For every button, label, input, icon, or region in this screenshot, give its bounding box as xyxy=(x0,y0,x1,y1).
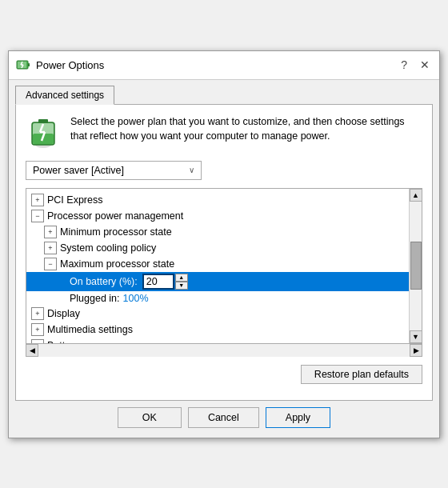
expand-cool-icon[interactable]: + xyxy=(44,242,57,254)
on-battery-input[interactable] xyxy=(142,274,174,290)
dropdown-row: Power saver [Active] ∨ xyxy=(26,161,422,180)
tree-item-multimedia[interactable]: + Multimedia settings xyxy=(26,322,409,338)
tree-item-min[interactable]: + Minimum processor state xyxy=(26,224,409,240)
tree-label-proc: Processor power management xyxy=(47,210,183,222)
on-battery-row: On battery (%): ▲ ▼ xyxy=(26,272,409,291)
tree-item-max[interactable]: − Maximum processor state xyxy=(26,256,409,272)
on-battery-label: On battery (%): xyxy=(70,276,138,287)
tree-item-pci[interactable]: + PCI Express xyxy=(26,192,409,208)
scroll-up-arrow[interactable]: ▲ xyxy=(410,189,422,202)
power-plan-dropdown[interactable]: Power saver [Active] ∨ xyxy=(26,161,202,180)
tree-container: + PCI Express − Processor power manageme… xyxy=(26,188,422,344)
apply-button[interactable]: Apply xyxy=(266,407,330,428)
help-button[interactable]: ? xyxy=(398,59,410,70)
expand-min-icon[interactable]: + xyxy=(44,226,57,238)
svg-rect-1 xyxy=(28,63,30,66)
expand-max-icon[interactable]: − xyxy=(44,258,57,270)
horizontal-scrollbar[interactable]: ◀ ▶ xyxy=(26,344,422,357)
spin-buttons: ▲ ▼ xyxy=(175,274,188,290)
tree-label-pci: PCI Express xyxy=(47,194,102,206)
expand-proc-icon[interactable]: − xyxy=(31,210,44,222)
main-content: Select the power plan that you want to c… xyxy=(15,104,433,401)
tab-advanced-settings[interactable]: Advanced settings xyxy=(15,86,114,105)
scroll-thumb[interactable] xyxy=(410,242,422,290)
expand-display-icon[interactable]: + xyxy=(31,307,44,320)
tree-item-cool[interactable]: + System cooling policy xyxy=(26,240,409,256)
spin-down-button[interactable]: ▼ xyxy=(175,282,188,290)
plugged-value: 100% xyxy=(123,293,149,304)
cancel-button[interactable]: Cancel xyxy=(188,407,259,428)
window-title: Power Options xyxy=(36,59,104,71)
ok-button[interactable]: OK xyxy=(118,407,182,428)
scroll-right-arrow[interactable]: ▶ xyxy=(410,344,422,357)
tree-item-battery[interactable]: + Battery xyxy=(26,338,409,343)
app-icon xyxy=(15,57,31,73)
close-button[interactable]: ✕ xyxy=(417,59,433,70)
restore-defaults-button[interactable]: Restore plan defaults xyxy=(301,365,422,384)
plugged-label: Plugged in: xyxy=(70,293,120,304)
action-buttons: OK Cancel Apply xyxy=(9,401,439,438)
tree-label-multimedia: Multimedia settings xyxy=(47,324,133,335)
title-bar: Power Options ? ✕ xyxy=(9,51,439,80)
tree-label-max: Maximum processor state xyxy=(60,258,174,270)
spin-up-button[interactable]: ▲ xyxy=(175,274,188,282)
description-text: Select the power plan that you want to c… xyxy=(70,114,422,143)
expand-pci-icon[interactable]: + xyxy=(31,194,44,206)
tree-label-display: Display xyxy=(47,308,80,319)
tree-label-cool: System cooling policy xyxy=(60,242,156,254)
tab-bar: Advanced settings xyxy=(9,80,439,104)
scroll-down-arrow[interactable]: ▼ xyxy=(410,330,422,343)
vertical-scrollbar[interactable]: ▲ ▼ xyxy=(409,189,422,343)
plugged-row: Plugged in: 100% xyxy=(26,291,409,306)
power-options-window: Power Options ? ✕ Advanced settings Sele… xyxy=(8,50,440,438)
title-controls: ? ✕ xyxy=(398,59,433,70)
dropdown-value: Power saver [Active] xyxy=(33,165,124,176)
tree-label-battery: Battery xyxy=(47,340,79,343)
tree-list: + PCI Express − Processor power manageme… xyxy=(26,189,409,343)
chevron-down-icon: ∨ xyxy=(189,166,194,174)
tree-label-min: Minimum processor state xyxy=(60,226,172,238)
description-row: Select the power plan that you want to c… xyxy=(26,114,422,150)
expand-battery-icon[interactable]: + xyxy=(31,339,44,343)
battery-icon-large xyxy=(26,114,61,150)
scroll-left-arrow[interactable]: ◀ xyxy=(26,344,38,357)
h-scroll-track xyxy=(38,344,410,357)
restore-row: Restore plan defaults xyxy=(26,365,422,384)
tree-item-proc[interactable]: − Processor power management xyxy=(26,208,409,224)
expand-multimedia-icon[interactable]: + xyxy=(31,323,44,336)
title-bar-left: Power Options xyxy=(15,57,104,73)
tree-item-display[interactable]: + Display xyxy=(26,306,409,322)
